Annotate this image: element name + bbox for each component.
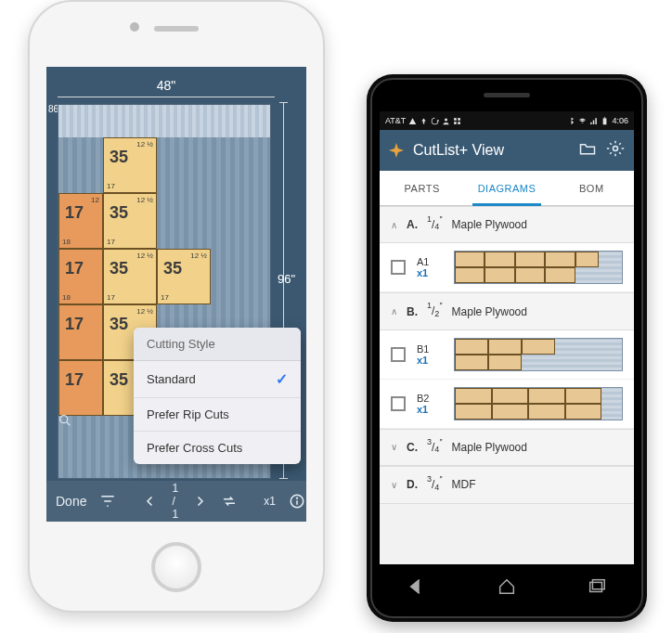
piece-bottom-dim: 18 [62, 238, 71, 246]
tab-parts[interactable]: PARTS [380, 171, 464, 205]
info-icon[interactable] [289, 493, 305, 510]
material-section-header[interactable]: ∨C.3/4″Maple Plywood [380, 429, 634, 466]
piece-top-dim: 12 ½ [136, 196, 153, 204]
home-icon[interactable] [497, 576, 517, 601]
recompute-icon[interactable] [221, 493, 238, 510]
sheet-count: x1 [417, 267, 443, 278]
settings-icon[interactable] [606, 139, 625, 161]
piece-17[interactable]: 17 [58, 304, 103, 360]
svg-line-1 [67, 422, 70, 425]
material-section-header[interactable]: ∨D.3/4″MDF [380, 466, 634, 503]
piece-main-dim: 17 [65, 370, 84, 390]
piece-35[interactable]: 12 ½ 35 17 [103, 137, 157, 193]
material-name: MDF [452, 478, 476, 491]
next-icon[interactable] [191, 493, 208, 510]
layout-thumbnail[interactable] [454, 251, 623, 284]
thickness-label: 1/4″ [427, 216, 443, 233]
bluetooth-icon [567, 117, 575, 125]
diagram-row[interactable]: B1x1 [380, 330, 634, 380]
diagram-row[interactable]: A1x1 [380, 243, 634, 292]
upload-icon [420, 117, 428, 125]
app-bar: CutList+ View [380, 130, 634, 171]
svg-rect-7 [459, 118, 461, 121]
option-label: Prefer Rip Cuts [147, 407, 229, 421]
piece-top-dim: 12 ½ [190, 252, 207, 260]
diagram-row[interactable]: B2x1 [380, 380, 634, 429]
checkbox[interactable] [391, 347, 406, 362]
svg-rect-13 [589, 582, 601, 591]
piece-main-dim: 35 [110, 203, 128, 223]
filter-icon[interactable] [99, 493, 116, 510]
popup-option-cross[interactable]: Prefer Cross Cuts [134, 432, 301, 464]
svg-rect-14 [592, 580, 604, 589]
warning-icon [408, 117, 417, 125]
speaker-slot [154, 26, 199, 32]
sheet-count: x1 [417, 355, 443, 366]
section-letter: D. [407, 478, 418, 491]
grid-icon [453, 117, 461, 125]
speaker-slot [484, 93, 530, 97]
camera-dot [130, 22, 139, 32]
piece-bottom-dim: 17 [107, 238, 115, 246]
sheet-code: B1x1 [417, 343, 443, 366]
back-icon[interactable] [407, 576, 427, 601]
materials-list[interactable]: ∧A.1/4″Maple PlywoodA1x1∧B.1/2″Maple Ply… [380, 206, 634, 564]
home-button[interactable] [151, 542, 201, 592]
piece-17[interactable]: 17 18 [58, 249, 103, 304]
checkbox[interactable] [391, 260, 406, 275]
waste-area [58, 105, 270, 137]
section-letter: C. [407, 441, 418, 454]
piece-35[interactable]: 12 ½ 35 17 [103, 249, 157, 304]
piece-main-dim: 17 [65, 259, 84, 278]
svg-rect-10 [603, 118, 607, 124]
piece-top-dim: 12 [91, 196, 99, 204]
thickness-label: 3/4″ [427, 439, 443, 456]
piece-bottom-dim: 17 [161, 293, 169, 302]
piece-top-dim: 12 ½ [136, 307, 153, 316]
tab-bom[interactable]: BOM [549, 171, 634, 205]
piece-35[interactable]: 12 ½ 35 17 [157, 249, 211, 304]
piece-main-dim: 17 [65, 315, 84, 334]
piece-35[interactable]: 12 ½ 35 17 [103, 193, 157, 249]
open-folder-icon[interactable] [578, 139, 597, 161]
layout-thumbnail[interactable] [454, 387, 623, 420]
done-button[interactable]: Done [56, 494, 86, 509]
width-label: 48" [58, 78, 275, 93]
popup-option-rip[interactable]: Prefer Rip Cuts [134, 398, 301, 432]
material-section-header[interactable]: ∧B.1/2″Maple Plywood [380, 292, 634, 329]
zoom-icon[interactable] [58, 413, 72, 431]
app-logo-icon [389, 143, 404, 158]
chevron-down-icon: ∨ [391, 442, 397, 452]
chevron-up-icon: ∧ [391, 306, 397, 316]
tab-label: PARTS [405, 183, 440, 194]
piece-bottom-dim: 17 [107, 293, 115, 302]
prev-icon[interactable] [142, 493, 159, 510]
tab-diagrams[interactable]: DIAGRAMS [464, 171, 549, 205]
svg-rect-8 [454, 122, 457, 124]
count-label: x1 [264, 495, 276, 508]
iphone-device-frame: 48" 86 ¾ 96" 12 ½ 35 17 12 ½ 35 17 12 ½ [28, 0, 325, 613]
piece-top-dim: 12 ½ [136, 252, 153, 260]
checkbox[interactable] [391, 396, 406, 411]
piece-top-dim: 12 ½ [136, 140, 153, 149]
clock-label: 4:06 [612, 116, 628, 125]
user-icon [442, 117, 450, 125]
signal-icon [589, 117, 598, 125]
svg-rect-11 [604, 117, 606, 118]
material-section-header[interactable]: ∧A.1/4″Maple Plywood [380, 206, 634, 243]
layout-thumbnail[interactable] [454, 338, 623, 371]
material-name: Maple Plywood [452, 218, 527, 231]
popup-option-standard[interactable]: Standard ✓ [134, 361, 301, 398]
chevron-down-icon: ∨ [391, 480, 397, 490]
piece-17[interactable]: 17 [58, 360, 103, 416]
cutting-style-popup: Cutting Style Standard ✓ Prefer Rip Cuts… [134, 328, 301, 464]
recents-icon[interactable] [587, 576, 607, 601]
material-name: Maple Plywood [452, 441, 527, 454]
svg-point-0 [60, 416, 68, 423]
material-name: Maple Plywood [452, 305, 527, 318]
android-device-frame: AT&T 4:06 CutList+ View [367, 74, 647, 622]
piece-17[interactable]: 12 17 18 [58, 193, 103, 249]
wifi-icon [578, 117, 587, 125]
thickness-label: 3/4″ [427, 476, 443, 493]
battery-icon [601, 117, 609, 125]
